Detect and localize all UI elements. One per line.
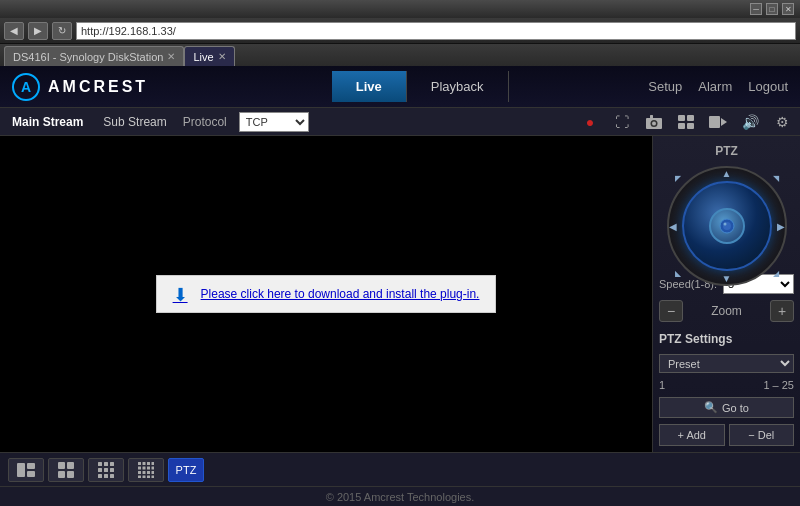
close-btn[interactable]: ✕ bbox=[782, 3, 794, 15]
svg-rect-3 bbox=[650, 115, 653, 118]
minimize-btn[interactable]: ─ bbox=[750, 3, 762, 15]
svg-rect-37 bbox=[138, 471, 141, 474]
footer: © 2015 Amcrest Technologies. bbox=[0, 486, 800, 506]
zoom-in-btn[interactable]: + bbox=[770, 300, 794, 322]
ptz-downleft-btn[interactable]: ◣ bbox=[675, 269, 681, 278]
ptz-up-btn[interactable]: ▲ bbox=[722, 168, 732, 179]
svg-rect-32 bbox=[152, 462, 155, 465]
svg-rect-8 bbox=[709, 116, 720, 128]
svg-rect-33 bbox=[138, 466, 141, 469]
main-content: ⬇ Please click here to download and inst… bbox=[0, 136, 800, 452]
svg-rect-29 bbox=[138, 462, 141, 465]
goto-btn[interactable]: 🔍 Go to bbox=[659, 397, 794, 418]
logo-icon: A bbox=[12, 73, 40, 101]
search-icon: 🔍 bbox=[704, 401, 718, 414]
bottom-toolbar: PTZ bbox=[0, 452, 800, 486]
logout-link[interactable]: Logout bbox=[748, 79, 788, 94]
fullscreen-icon[interactable]: ⛶ bbox=[612, 112, 632, 132]
ptz-joystick[interactable]: ▲ ▼ ◀ ▶ ◤ ◥ ◣ ◢ bbox=[667, 166, 787, 268]
video-area[interactable]: ⬇ Please click here to download and inst… bbox=[0, 136, 652, 452]
plugin-prompt[interactable]: ⬇ Please click here to download and inst… bbox=[156, 275, 497, 313]
btn-grid-4[interactable] bbox=[48, 458, 84, 482]
tab-nav-playback[interactable]: Playback bbox=[407, 71, 509, 102]
settings-icon[interactable]: ⚙ bbox=[772, 112, 792, 132]
add-preset-btn[interactable]: + Add bbox=[659, 424, 725, 446]
zoom-label: Zoom bbox=[687, 304, 766, 318]
ptz-down-btn[interactable]: ▼ bbox=[722, 273, 732, 284]
svg-rect-14 bbox=[27, 463, 35, 469]
svg-rect-5 bbox=[687, 115, 694, 121]
protocol-select[interactable]: TCP UDP Multicast bbox=[239, 112, 309, 132]
svg-rect-7 bbox=[687, 123, 694, 129]
svg-rect-40 bbox=[152, 471, 155, 474]
ptz-right-btn[interactable]: ▶ bbox=[777, 221, 785, 232]
svg-rect-23 bbox=[98, 468, 102, 472]
setup-link[interactable]: Setup bbox=[648, 79, 682, 94]
ptz-left-btn[interactable]: ◀ bbox=[669, 221, 677, 232]
svg-rect-27 bbox=[104, 474, 108, 478]
svg-rect-41 bbox=[138, 475, 141, 478]
svg-rect-34 bbox=[143, 466, 146, 469]
app-container: A AMCREST Live Playback Setup Alarm Logo… bbox=[0, 66, 800, 486]
plugin-text[interactable]: Please click here to download and instal… bbox=[201, 287, 480, 301]
sub-stream-btn[interactable]: Sub Stream bbox=[99, 113, 170, 131]
snapshot-icon[interactable] bbox=[644, 112, 664, 132]
svg-marker-9 bbox=[721, 118, 727, 126]
address-bar[interactable]: http://192.168.1.33/ bbox=[76, 22, 796, 40]
forward-btn[interactable]: ▶ bbox=[28, 22, 48, 40]
tab-live[interactable]: Live ✕ bbox=[184, 46, 234, 66]
svg-rect-26 bbox=[98, 474, 102, 478]
svg-rect-36 bbox=[152, 466, 155, 469]
audio-icon[interactable]: 🔊 bbox=[740, 112, 760, 132]
svg-rect-16 bbox=[58, 462, 65, 469]
refresh-btn[interactable]: ↻ bbox=[52, 22, 72, 40]
tab-close-diskstation[interactable]: ✕ bbox=[167, 51, 175, 62]
tab-nav-live[interactable]: Live bbox=[332, 71, 407, 102]
btn-layout[interactable] bbox=[8, 458, 44, 482]
browser-toolbar: ◀ ▶ ↻ http://192.168.1.33/ bbox=[0, 18, 800, 44]
sub-toolbar: Main Stream Sub Stream Protocol TCP UDP … bbox=[0, 108, 800, 136]
btn-ptz[interactable]: PTZ bbox=[168, 458, 204, 482]
range-label: 1 – 25 bbox=[763, 379, 794, 391]
app-header: A AMCREST Live Playback Setup Alarm Logo… bbox=[0, 66, 800, 108]
header-actions: Setup Alarm Logout bbox=[648, 79, 788, 94]
svg-rect-39 bbox=[147, 471, 150, 474]
record-icon[interactable]: ● bbox=[580, 112, 600, 132]
ptz-upright-btn[interactable]: ◥ bbox=[773, 174, 779, 183]
back-btn[interactable]: ◀ bbox=[4, 22, 24, 40]
del-preset-btn[interactable]: − Del bbox=[729, 424, 795, 446]
ptz-upleft-btn[interactable]: ◤ bbox=[675, 174, 681, 183]
tab-close-live[interactable]: ✕ bbox=[218, 51, 226, 62]
svg-rect-31 bbox=[147, 462, 150, 465]
maximize-btn[interactable]: □ bbox=[766, 3, 778, 15]
svg-rect-35 bbox=[147, 466, 150, 469]
svg-rect-30 bbox=[143, 462, 146, 465]
video-icon[interactable] bbox=[708, 112, 728, 132]
svg-rect-13 bbox=[17, 463, 25, 477]
ptz-downright-btn[interactable]: ◢ bbox=[773, 269, 779, 278]
btn-grid-9[interactable] bbox=[88, 458, 124, 482]
browser-tab-bar: DS416I - Synology DiskStation ✕ Live ✕ bbox=[0, 44, 800, 66]
svg-rect-43 bbox=[147, 475, 150, 478]
logo-area: A AMCREST bbox=[12, 73, 192, 101]
main-stream-btn[interactable]: Main Stream bbox=[8, 113, 87, 131]
svg-rect-17 bbox=[67, 462, 74, 469]
zoom-out-btn[interactable]: − bbox=[659, 300, 683, 322]
svg-point-2 bbox=[652, 121, 656, 125]
preset-select[interactable]: Preset bbox=[659, 354, 794, 373]
svg-rect-6 bbox=[678, 123, 685, 129]
logo-text: AMCREST bbox=[48, 78, 148, 96]
tab-diskstation[interactable]: DS416I - Synology DiskStation ✕ bbox=[4, 46, 184, 66]
svg-rect-15 bbox=[27, 471, 35, 477]
add-del-row: + Add − Del bbox=[659, 424, 794, 446]
alarm-link[interactable]: Alarm bbox=[698, 79, 732, 94]
svg-rect-25 bbox=[110, 468, 114, 472]
ptz-panel: PTZ ▲ ▼ ◀ ▶ ◤ ◥ bbox=[652, 136, 800, 452]
btn-grid-16[interactable] bbox=[128, 458, 164, 482]
svg-rect-38 bbox=[143, 471, 146, 474]
svg-rect-24 bbox=[104, 468, 108, 472]
zoom-row: − Zoom + bbox=[659, 300, 794, 322]
gallery-icon[interactable] bbox=[676, 112, 696, 132]
svg-rect-18 bbox=[58, 471, 65, 478]
main-nav-tabs: Live Playback bbox=[192, 71, 648, 102]
